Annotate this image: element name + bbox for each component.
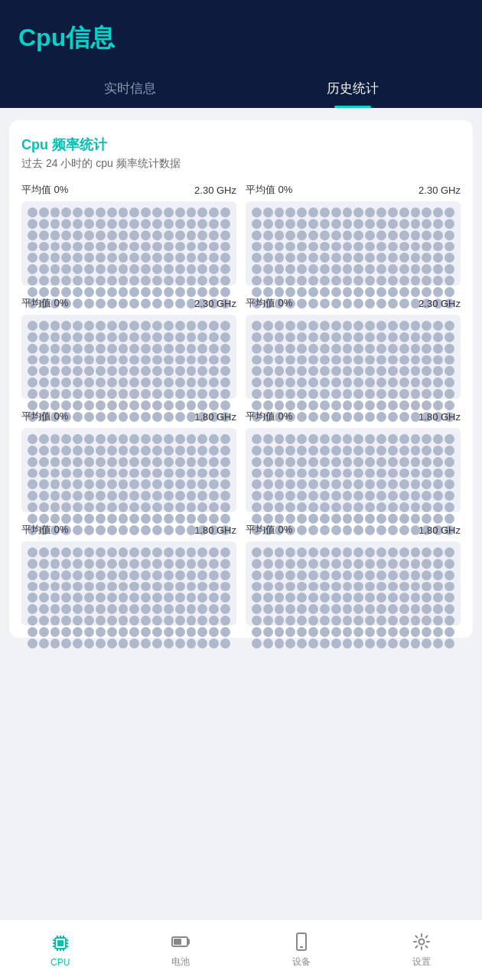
chart-dot xyxy=(119,604,129,614)
chart-dot xyxy=(141,400,151,410)
chart-dot xyxy=(129,639,139,648)
chart-dot xyxy=(365,230,375,240)
chart-dot xyxy=(107,514,117,524)
chart-dot xyxy=(152,253,162,263)
chart-dot xyxy=(50,219,60,229)
tab-realtime[interactable]: 实时信息 xyxy=(18,70,241,108)
chart-dot xyxy=(209,502,219,512)
chart-dot xyxy=(411,457,421,467)
chart-dot xyxy=(209,491,219,501)
chart-dot xyxy=(285,469,295,479)
chart-dot xyxy=(84,639,94,648)
cpu-item-7: 平均值 0%1.80 GHz xyxy=(246,523,461,626)
chart-dot xyxy=(376,366,386,376)
chart-dot xyxy=(152,559,162,569)
chart-dot xyxy=(331,604,341,614)
chart-dot xyxy=(50,491,60,501)
chart-dot xyxy=(39,355,49,365)
chart-dot xyxy=(119,469,129,479)
chart-dot xyxy=(320,604,330,614)
chart-dot xyxy=(73,207,83,217)
cpu-chart-5 xyxy=(246,428,461,512)
chart-dot xyxy=(129,287,139,297)
chart-dot xyxy=(365,366,375,376)
chart-dot xyxy=(220,287,230,297)
chart-dot xyxy=(308,479,318,489)
chart-dot xyxy=(187,570,197,580)
chart-dot xyxy=(197,593,207,603)
chart-dot xyxy=(209,287,219,297)
chart-dot xyxy=(376,627,386,637)
chart-dot xyxy=(175,230,185,240)
chart-dot xyxy=(73,287,83,297)
nav-item-battery[interactable]: 电池 xyxy=(170,931,191,969)
nav-item-cpu[interactable]: CPU xyxy=(50,933,71,968)
chart-dot xyxy=(152,491,162,501)
nav-item-device[interactable]: 设备 xyxy=(291,931,312,969)
chart-dot xyxy=(422,627,432,637)
chart-dot xyxy=(209,446,219,456)
chart-dot xyxy=(331,491,341,501)
chart-dot xyxy=(263,219,273,229)
chart-dot xyxy=(73,377,83,387)
chart-dot xyxy=(107,547,117,557)
nav-item-settings[interactable]: 设置 xyxy=(411,931,432,969)
chart-dot xyxy=(175,276,185,286)
chart-dot xyxy=(331,570,341,580)
chart-dot xyxy=(129,332,139,342)
chart-dot xyxy=(320,332,330,342)
chart-dot xyxy=(220,627,230,637)
tab-history[interactable]: 历史统计 xyxy=(241,70,464,108)
chart-dot xyxy=(388,604,398,614)
chart-dot xyxy=(73,469,83,479)
chart-dot xyxy=(353,355,363,365)
chart-dot xyxy=(376,230,386,240)
chart-dot xyxy=(343,639,353,648)
chart-dot xyxy=(175,604,185,614)
chart-dot xyxy=(164,457,174,467)
chart-dot xyxy=(209,377,219,387)
chart-dot xyxy=(343,502,353,512)
chart-dot xyxy=(422,242,432,252)
chart-dot xyxy=(129,242,139,252)
chart-dot xyxy=(353,491,363,501)
chart-dot xyxy=(50,332,60,342)
chart-dot xyxy=(320,230,330,240)
chart-dot xyxy=(141,593,151,603)
chart-dot xyxy=(164,502,174,512)
chart-dot xyxy=(275,627,285,637)
chart-dot xyxy=(252,377,262,387)
chart-dot xyxy=(252,264,262,274)
chart-dot xyxy=(320,355,330,365)
chart-dot xyxy=(263,639,273,648)
chart-dot xyxy=(209,639,219,648)
chart-dot xyxy=(275,276,285,286)
chart-dot xyxy=(365,242,375,252)
chart-dot xyxy=(73,253,83,263)
chart-dot xyxy=(129,582,139,592)
chart-dot xyxy=(285,389,295,399)
chart-dot xyxy=(209,253,219,263)
chart-dot xyxy=(285,287,295,297)
chart-dot xyxy=(119,264,129,274)
chart-dot xyxy=(28,332,37,342)
chart-dot xyxy=(411,276,421,286)
chart-dot xyxy=(50,570,60,580)
chart-dot xyxy=(61,400,71,410)
chart-dot xyxy=(297,627,307,637)
chart-dot xyxy=(275,332,285,342)
chart-dot xyxy=(152,616,162,626)
chart-dot xyxy=(107,219,117,229)
chart-dot xyxy=(84,230,94,240)
chart-dot xyxy=(152,332,162,342)
chart-dot xyxy=(297,457,307,467)
chart-dot xyxy=(119,400,129,410)
chart-dot xyxy=(50,400,60,410)
chart-dot xyxy=(73,400,83,410)
chart-dot xyxy=(365,469,375,479)
chart-dot xyxy=(175,434,185,444)
chart-dot xyxy=(399,547,409,557)
chart-dot xyxy=(308,230,318,240)
chart-dot xyxy=(61,491,71,501)
chart-dot xyxy=(164,639,174,648)
